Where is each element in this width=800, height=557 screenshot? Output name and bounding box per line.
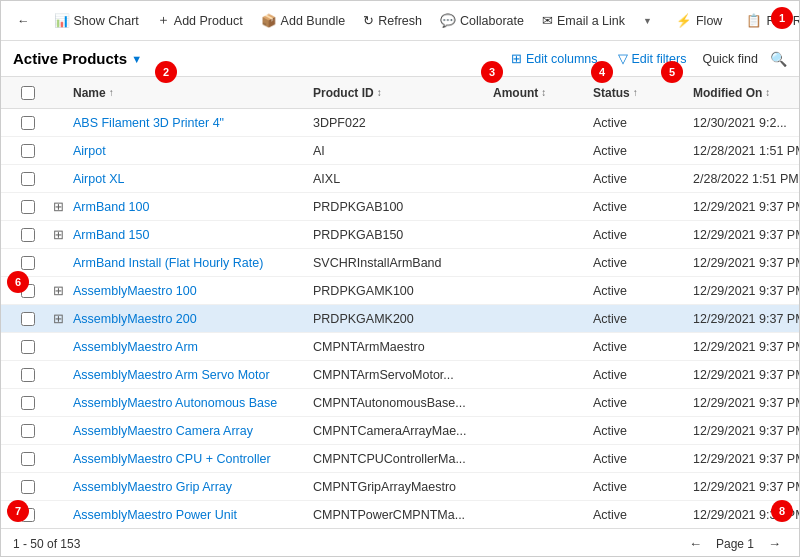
row-name: AssemblyMaestro CPU + Controller: [73, 452, 313, 466]
row-name-link[interactable]: ArmBand 100: [73, 200, 149, 214]
annotation-6: 6: [7, 271, 29, 293]
row-name-link[interactable]: Airpot: [73, 144, 106, 158]
row-name-link[interactable]: ArmBand Install (Flat Hourly Rate): [73, 256, 263, 270]
search-icon[interactable]: 🔍: [770, 51, 787, 67]
kit-icon: ⊞: [53, 283, 64, 298]
show-chart-label: Show Chart: [74, 14, 139, 28]
row-product-id: AIXL: [313, 172, 493, 186]
row-product-id: 3DPF022: [313, 116, 493, 130]
table-row: ArmBand Install (Flat Hourly Rate) SVCHR…: [1, 249, 799, 277]
row-modified: 2/28/2022 1:51 PM: [693, 172, 799, 186]
header-amount[interactable]: Amount ↕: [493, 86, 593, 100]
row-name: ArmBand Install (Flat Hourly Rate): [73, 256, 313, 270]
row-name-link[interactable]: AssemblyMaestro Arm: [73, 340, 198, 354]
prev-page-button[interactable]: ←: [683, 534, 708, 553]
row-checkbox[interactable]: [21, 340, 35, 354]
chevron-email-button[interactable]: ▼: [635, 12, 660, 30]
row-icon-cell: ⊞: [43, 283, 73, 298]
row-name-link[interactable]: AssemblyMaestro Autonomous Base: [73, 396, 277, 410]
modified-sort-icon: ↕: [765, 87, 770, 98]
row-checkbox[interactable]: [21, 116, 35, 130]
row-checkbox-cell: [13, 228, 43, 242]
collaborate-button[interactable]: 💬 Collaborate: [432, 9, 532, 32]
record-count: 1 - 50 of 153: [13, 537, 80, 551]
row-name: AssemblyMaestro Arm: [73, 340, 313, 354]
row-checkbox[interactable]: [21, 200, 35, 214]
add-bundle-icon: 📦: [261, 13, 277, 28]
row-checkbox[interactable]: [21, 144, 35, 158]
row-checkbox-cell: [13, 480, 43, 494]
row-name: Airpot XL: [73, 172, 313, 186]
row-checkbox[interactable]: [21, 368, 35, 382]
row-status: Active: [593, 396, 693, 410]
row-product-id: PRDPKGAB100: [313, 200, 493, 214]
page-wrapper: 1 2 3 4 5 6 7 8 ← 📊 Show Chart ＋ Add Pro…: [0, 0, 800, 557]
row-checkbox[interactable]: [21, 312, 35, 326]
next-page-button[interactable]: →: [762, 534, 787, 553]
add-bundle-label: Add Bundle: [281, 14, 346, 28]
row-icon-cell: ⊞: [43, 311, 73, 326]
row-name-link[interactable]: AssemblyMaestro Grip Array: [73, 480, 232, 494]
header-product-id[interactable]: Product ID ↕: [313, 86, 493, 100]
row-name-link[interactable]: ArmBand 150: [73, 228, 149, 242]
row-modified: 12/29/2021 9:37 PM: [693, 256, 799, 270]
email-link-button[interactable]: ✉ Email a Link: [534, 9, 633, 32]
row-name: AssemblyMaestro Camera Array: [73, 424, 313, 438]
row-checkbox-cell: [13, 144, 43, 158]
flow-button[interactable]: ⚡ Flow: [668, 9, 730, 32]
add-bundle-button[interactable]: 📦 Add Bundle: [253, 9, 354, 32]
table-row: AssemblyMaestro Camera Array CMPNTCamera…: [1, 417, 799, 445]
add-product-label: Add Product: [174, 14, 243, 28]
row-modified: 12/29/2021 9:37 PM: [693, 228, 799, 242]
back-button[interactable]: ←: [9, 10, 38, 32]
edit-columns-label: Edit columns: [526, 52, 598, 66]
row-checkbox[interactable]: [21, 452, 35, 466]
select-all-checkbox[interactable]: [21, 86, 35, 100]
row-checkbox[interactable]: [21, 424, 35, 438]
row-product-id: CMPNTArmMaestro: [313, 340, 493, 354]
quick-find-label: Quick find: [702, 52, 758, 66]
email-icon: ✉: [542, 13, 553, 28]
row-checkbox[interactable]: [21, 172, 35, 186]
add-product-button[interactable]: ＋ Add Product: [149, 8, 251, 33]
row-product-id: CMPNTPowerCMPNTMa...: [313, 508, 493, 522]
header-modified-on[interactable]: Modified On ↕: [693, 86, 800, 100]
row-name-link[interactable]: AssemblyMaestro Camera Array: [73, 424, 253, 438]
row-name-link[interactable]: ABS Filament 3D Printer 4": [73, 116, 224, 130]
amount-col-label: Amount: [493, 86, 538, 100]
refresh-label: Refresh: [378, 14, 422, 28]
row-name-link[interactable]: AssemblyMaestro 100: [73, 284, 197, 298]
row-modified: 12/29/2021 9:37 PM: [693, 200, 799, 214]
edit-columns-button[interactable]: ⊞ Edit columns: [507, 49, 602, 68]
row-name: ArmBand 100: [73, 200, 313, 214]
header-status[interactable]: Status ↑: [593, 86, 693, 100]
row-checkbox[interactable]: [21, 256, 35, 270]
show-chart-button[interactable]: 📊 Show Chart: [46, 9, 147, 32]
row-name-link[interactable]: AssemblyMaestro Power Unit: [73, 508, 237, 522]
row-product-id: SVCHRInstallArmBand: [313, 256, 493, 270]
view-title: Active Products ▼: [13, 50, 142, 67]
row-modified: 12/29/2021 9:37 PM: [693, 368, 799, 382]
row-name-link[interactable]: AssemblyMaestro Arm Servo Motor: [73, 368, 270, 382]
table-row: ⊞ AssemblyMaestro 200 PRDPKGAMK200 Activ…: [1, 305, 799, 333]
row-checkbox-cell: [13, 396, 43, 410]
row-name: AssemblyMaestro Power Unit: [73, 508, 313, 522]
row-modified: 12/29/2021 9:37 PM: [693, 452, 799, 466]
title-chevron-icon[interactable]: ▼: [131, 53, 142, 65]
header-name[interactable]: Name ↑: [73, 86, 313, 100]
annotation-2: 2: [155, 61, 177, 83]
row-name-link[interactable]: Airpot XL: [73, 172, 124, 186]
row-name: AssemblyMaestro 100: [73, 284, 313, 298]
row-checkbox[interactable]: [21, 228, 35, 242]
row-name-link[interactable]: AssemblyMaestro 200: [73, 312, 197, 326]
row-icon-cell: ⊞: [43, 199, 73, 214]
row-checkbox[interactable]: [21, 396, 35, 410]
row-status: Active: [593, 312, 693, 326]
row-modified: 12/29/2021 9:37 PM: [693, 424, 799, 438]
row-checkbox[interactable]: [21, 480, 35, 494]
row-status: Active: [593, 424, 693, 438]
refresh-icon: ↻: [363, 13, 374, 28]
row-product-id: CMPNTGripArrayMaestro: [313, 480, 493, 494]
row-name-link[interactable]: AssemblyMaestro CPU + Controller: [73, 452, 271, 466]
refresh-button[interactable]: ↻ Refresh: [355, 9, 430, 32]
